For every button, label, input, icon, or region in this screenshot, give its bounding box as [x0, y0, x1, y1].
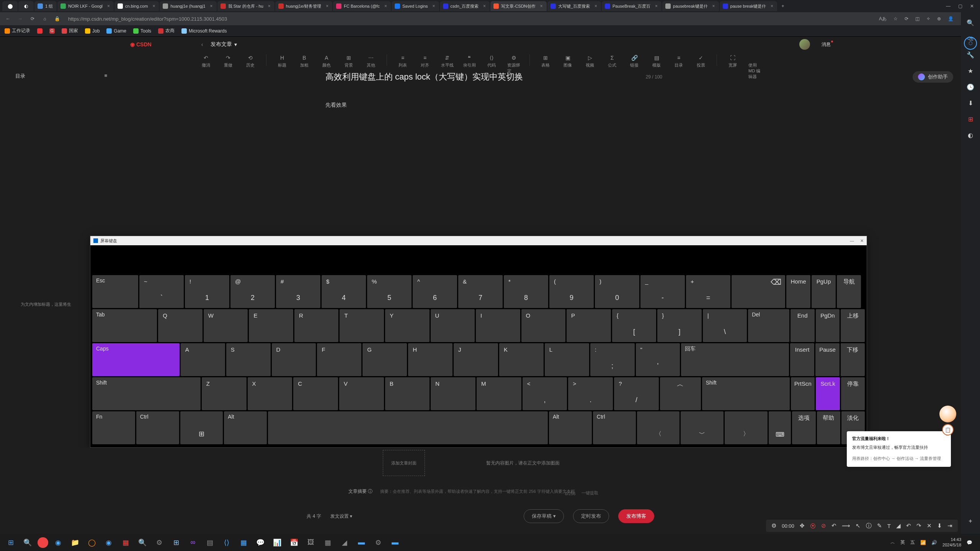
- key[interactable]: _-: [640, 275, 685, 308]
- toolbar-button[interactable]: ↷重做: [222, 54, 235, 68]
- toolbar-button[interactable]: ≡对齐: [418, 54, 431, 68]
- key[interactable]: Ctrl: [593, 411, 636, 444]
- tray-chevron-icon[interactable]: ︿: [890, 539, 895, 546]
- key[interactable]: T: [340, 309, 384, 342]
- toc-menu-icon[interactable]: ≡: [104, 73, 107, 80]
- search-button[interactable]: 🔍: [21, 536, 34, 549]
- key[interactable]: L: [545, 343, 589, 376]
- key[interactable]: Tab: [92, 309, 157, 342]
- split-icon[interactable]: ◫: [915, 16, 920, 21]
- tab[interactable]: cn.bing.com×: [114, 1, 159, 11]
- tab[interactable]: pause break键是什×: [720, 1, 777, 11]
- key[interactable]: P: [567, 309, 611, 342]
- add-icon[interactable]: +: [965, 516, 975, 526]
- csdn-logo[interactable]: ◉CSDN: [130, 41, 152, 47]
- key[interactable]: Esc: [92, 275, 138, 308]
- messages-link[interactable]: 消息: [822, 41, 831, 48]
- publish-settings[interactable]: 发文设置 ▾: [330, 513, 352, 520]
- key[interactable]: ^6: [413, 275, 457, 308]
- key[interactable]: ⌫: [732, 275, 785, 308]
- key[interactable]: }]: [657, 309, 702, 342]
- cube-icon[interactable]: ⬡: [964, 37, 977, 50]
- key[interactable]: G: [363, 343, 407, 376]
- key-Home[interactable]: Home: [786, 275, 810, 308]
- collections-icon[interactable]: ✧: [926, 16, 930, 21]
- key[interactable]: Alt: [549, 411, 592, 444]
- key[interactable]: U: [431, 309, 475, 342]
- key-下移[interactable]: 下移: [841, 343, 865, 376]
- tab[interactable]: pausebreak键是什×: [662, 1, 719, 11]
- toolbar-button[interactable]: ▷视频: [583, 54, 596, 68]
- tab[interactable]: Saved Logins×: [392, 1, 439, 11]
- exit-icon[interactable]: ⇥: [947, 522, 952, 529]
- toolbar-button[interactable]: Σ公式: [606, 54, 619, 68]
- close-icon[interactable]: ×: [655, 3, 658, 9]
- taskbar-app[interactable]: ⚙: [152, 536, 166, 549]
- tab[interactable]: huangj1e (huangj1×: [160, 1, 216, 11]
- key[interactable]: Z: [202, 377, 247, 410]
- key[interactable]: +=: [686, 275, 730, 308]
- sync-icon[interactable]: ⟳: [905, 16, 908, 21]
- key[interactable]: F: [317, 343, 361, 376]
- extension-icon[interactable]: ⊕: [937, 16, 941, 21]
- key[interactable]: N: [431, 377, 475, 410]
- toolbar-button[interactable]: ⊞表格: [539, 54, 552, 68]
- undo2-icon[interactable]: ↶: [906, 522, 911, 529]
- taskbar-app[interactable]: ▦: [119, 536, 132, 549]
- key[interactable]: S: [226, 343, 271, 376]
- bookmark[interactable]: 工作记录: [5, 28, 30, 34]
- key[interactable]: !1: [185, 275, 229, 308]
- toolbar-button[interactable]: ⊞背景: [342, 54, 355, 68]
- undo-icon[interactable]: ↶: [831, 522, 836, 529]
- cursor-icon[interactable]: ↖: [856, 522, 861, 529]
- key[interactable]: M: [477, 377, 521, 410]
- key[interactable]: $4: [322, 275, 366, 308]
- taskbar-app[interactable]: ◉: [102, 536, 116, 549]
- key[interactable]: 〈: [637, 411, 680, 444]
- close-icon[interactable]: ×: [384, 3, 387, 9]
- key-ScrLk[interactable]: ScrLk: [816, 377, 840, 410]
- key[interactable]: ~`: [139, 275, 184, 308]
- key[interactable]: Y: [385, 309, 430, 342]
- close-icon[interactable]: ×: [595, 3, 597, 9]
- key[interactable]: [268, 411, 548, 444]
- toolbar-button[interactable]: 使用 MD 编辑器: [748, 54, 761, 80]
- key[interactable]: (9: [549, 275, 594, 308]
- toolbar-button[interactable]: ⟨⟩代码: [485, 54, 498, 68]
- new-tab-button[interactable]: +: [778, 1, 788, 11]
- refresh-icon[interactable]: ⟳: [29, 16, 36, 21]
- redo-icon[interactable]: ↷: [916, 522, 921, 529]
- taskbar-app[interactable]: [38, 537, 48, 548]
- bookmark[interactable]: 国家: [62, 28, 78, 34]
- key-Pause[interactable]: Pause: [815, 343, 840, 376]
- taskbar-app[interactable]: 🔍: [136, 536, 149, 549]
- key-Insert[interactable]: Insert: [790, 343, 814, 376]
- back-icon[interactable]: ←: [5, 16, 11, 21]
- bookmark[interactable]: G: [49, 28, 55, 34]
- tools-icon[interactable]: 🔧: [965, 50, 975, 60]
- editor-area[interactable]: 高效利用键盘上的 caps lock（大写键）实现中英切换 29 / 100 先…: [325, 71, 662, 109]
- taskbar-app[interactable]: ⚙: [371, 536, 385, 549]
- gear-icon[interactable]: ⚙: [771, 522, 776, 529]
- close-icon[interactable]: ×: [540, 3, 543, 9]
- key[interactable]: I: [476, 309, 520, 342]
- key[interactable]: |\: [703, 309, 747, 342]
- record-icon[interactable]: ⦿: [810, 523, 816, 529]
- key[interactable]: 回车: [681, 343, 789, 376]
- key[interactable]: V: [339, 377, 384, 410]
- taskbar-app[interactable]: ◢: [338, 536, 351, 549]
- tab[interactable]: 1 组: [34, 1, 57, 11]
- key[interactable]: ﹀: [681, 411, 724, 444]
- key[interactable]: @2: [230, 275, 275, 308]
- toolbar-button[interactable]: ▣图像: [561, 54, 574, 68]
- ime-indicator[interactable]: 英: [900, 539, 905, 546]
- taskbar-app[interactable]: ▬: [388, 536, 402, 549]
- key-上移[interactable]: 上移: [841, 309, 865, 342]
- tab[interactable]: 我 Star 的仓库 - hu×: [217, 1, 274, 11]
- toolbar-button[interactable]: H标题: [276, 54, 289, 68]
- key[interactable]: :;: [590, 343, 635, 376]
- toolbar-button[interactable]: ✓投票: [694, 54, 707, 68]
- key[interactable]: Fn: [92, 411, 135, 444]
- close-icon[interactable]: ×: [771, 3, 773, 9]
- tab[interactable]: PauseBreak_百度百×: [602, 1, 662, 11]
